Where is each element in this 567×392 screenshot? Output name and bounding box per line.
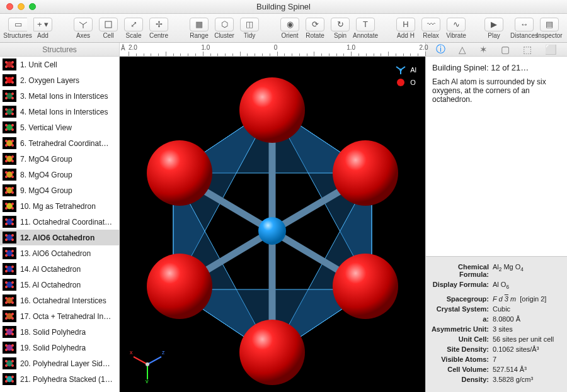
svg-point-21 [11, 108, 14, 111]
svg-point-103 [11, 364, 14, 367]
rotate-label: Rotate [306, 32, 324, 39]
svg-line-137 [147, 357, 161, 364]
svg-point-121 [258, 217, 286, 245]
svg-point-12 [5, 81, 8, 84]
inspector-button[interactable]: ▤Inspector [537, 18, 562, 39]
annotate-button[interactable]: TAnnotate [353, 18, 378, 39]
structure-item-label: 7. MgO4 Group [20, 155, 72, 164]
lattice-tab-icon[interactable]: ⬚ [523, 44, 532, 55]
cellvolume-value: 527.514 Å³ [493, 366, 562, 373]
svg-point-122 [239, 77, 305, 143]
info-tab-icon[interactable]: ⓘ [436, 43, 445, 55]
structure-thumb-icon [3, 357, 16, 369]
svg-point-60 [5, 234, 8, 237]
svg-point-51 [11, 203, 14, 205]
svg-point-65 [5, 250, 8, 252]
svg-point-5 [5, 61, 8, 64]
distances-button[interactable]: ↔Distances [512, 18, 537, 39]
orient-button[interactable]: ◉Orient [277, 18, 302, 39]
structure-item-11[interactable]: 11. Octahedral Coordinat… [0, 214, 119, 230]
structure-item-4[interactable]: 4. Metal Ions in Interstices [0, 104, 119, 120]
structure-item-12[interactable]: 12. AlO6 Octahedron [0, 230, 119, 245]
asym-label: Asymmetric Unit: [428, 325, 493, 333]
ruler-tick: 0 [274, 44, 278, 51]
svg-point-100 [5, 360, 8, 362]
cluster-button[interactable]: ⬡Cluster [212, 18, 237, 39]
structure-item-2[interactable]: 2. Oxygen Layers [0, 72, 119, 88]
rotate-button[interactable]: ⟳Rotate [302, 18, 328, 39]
svg-point-55 [5, 218, 8, 221]
structure-item-label: 3. Metal Ions in Interstices [20, 92, 108, 101]
structures-sidebar: Structures 1. Unit Cell2. Oxygen Layers3… [0, 43, 120, 392]
svg-text:y: y [146, 378, 149, 383]
structures-list[interactable]: 1. Unit Cell2. Oxygen Layers3. Metal Ion… [0, 57, 119, 392]
structure-thumb-icon [3, 247, 16, 259]
structures-label: Structures [3, 32, 32, 39]
svg-point-80 [5, 297, 8, 300]
structure-item-label: 1. Unit Cell [20, 60, 57, 69]
symmetry-tab-icon[interactable]: ✶ [479, 44, 488, 55]
structure-item-18[interactable]: 18. Solid Polyhedra [0, 324, 119, 340]
ruler-tick: 1.0 [346, 44, 355, 51]
svg-point-90 [5, 328, 8, 331]
structure-item-5[interactable]: 5. Vertical View [0, 120, 119, 135]
structure-thumb-icon [3, 342, 16, 354]
spin-button[interactable]: ↻Spin [328, 18, 353, 39]
structure-item-1[interactable]: 1. Unit Cell [0, 57, 119, 72]
svg-point-6 [11, 61, 14, 64]
structure-item-10[interactable]: 10. Mg as Tetrahedron [0, 198, 119, 214]
annotate-label: Annotate [353, 32, 378, 39]
structure-item-label: 12. AlO6 Octahedron [20, 233, 94, 242]
svg-point-125 [147, 254, 212, 319]
polyhedra-tab-icon[interactable]: △ [459, 44, 466, 55]
cell-tab-icon[interactable]: ▢ [501, 44, 510, 55]
tidy-button[interactable]: ◫Tidy [237, 18, 262, 39]
titlebar: Building Spinel [0, 0, 567, 14]
structure-item-19[interactable]: 19. Solid Polyhedra [0, 340, 119, 356]
svg-point-8 [11, 65, 14, 68]
cellvolume-label: Cell Volume: [428, 366, 493, 373]
vibrate-button[interactable]: ∿Vibrate [444, 18, 469, 39]
structure-item-14[interactable]: 14. Al Octahedron [0, 261, 119, 277]
3d-canvas[interactable]: Al O x y z [120, 57, 425, 392]
add-button[interactable]: + ▾Add [30, 18, 55, 39]
structure-item-15[interactable]: 15. Al Octahedron [0, 277, 119, 293]
info-heading: Building Spinel: 12 of 21… [432, 63, 561, 72]
svg-point-71 [11, 266, 14, 268]
axes-button[interactable]: Axes [71, 18, 96, 39]
structure-item-13[interactable]: 13. AlO6 Octahedron [0, 245, 119, 261]
svg-point-57 [5, 223, 8, 225]
structure-item-8[interactable]: 8. MgO4 Group [0, 167, 119, 182]
structure-item-9[interactable]: 9. MgO4 Group [0, 182, 119, 198]
a-label: a: [428, 315, 493, 323]
structure-thumb-icon [3, 74, 16, 86]
structure-item-16[interactable]: 16. Octahedral Interstices [0, 293, 119, 308]
svg-point-15 [5, 92, 8, 95]
selection-tab-icon[interactable]: ⬜ [545, 44, 557, 55]
structure-item-label: 6. Tetrahedral Coordinat… [20, 139, 109, 148]
structure-item-7[interactable]: 7. MgO4 Group [0, 151, 119, 167]
play-button[interactable]: ▶Play [484, 18, 504, 39]
structure-item-17[interactable]: 17. Octa + Tetrahedral In… [0, 308, 119, 324]
structure-item-6[interactable]: 6. Tetrahedral Coordinat… [0, 135, 119, 151]
svg-point-53 [11, 207, 14, 210]
svg-point-25 [5, 124, 8, 126]
svg-point-124 [333, 140, 398, 206]
toolbar: ▭Structures + ▾Add Axes Cell ⤢Scale ✢Cen… [0, 14, 567, 43]
structures-button[interactable]: ▭Structures [5, 18, 30, 39]
structure-item-21[interactable]: 21. Polyhedra Stacked (1… [0, 371, 119, 387]
cell-button[interactable]: Cell [96, 18, 121, 39]
relax-button[interactable]: 〰Relax [418, 18, 444, 39]
svg-point-56 [11, 218, 14, 221]
addh-button[interactable]: HAdd H [393, 18, 418, 39]
inspector-label: Inspector [536, 32, 562, 39]
svg-point-50 [5, 203, 8, 205]
range-button[interactable]: ▦Range [186, 18, 212, 39]
scale-button[interactable]: ⤢Scale [121, 18, 146, 39]
structure-item-3[interactable]: 3. Metal Ions in Interstices [0, 88, 119, 104]
structure-item-20[interactable]: 20. Polyhedral Layer Sid… [0, 356, 119, 371]
svg-point-77 [5, 286, 8, 288]
svg-point-52 [5, 207, 8, 210]
centre-button[interactable]: ✢Centre [146, 18, 171, 39]
structure-thumb-icon [3, 169, 16, 181]
